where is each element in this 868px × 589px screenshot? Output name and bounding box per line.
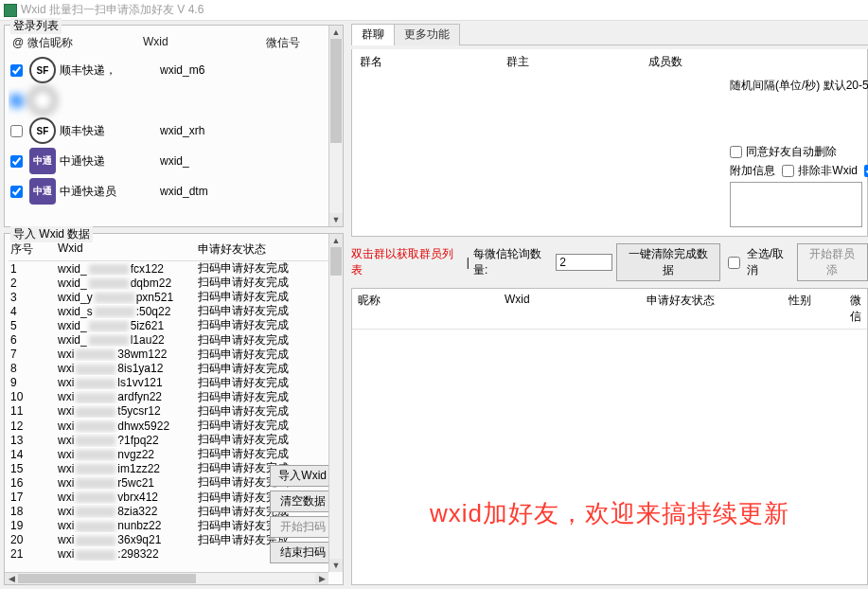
auto-delete-checkbox[interactable] — [730, 146, 742, 158]
avatar: 中通 — [29, 148, 56, 174]
login-row[interactable] — [9, 85, 339, 116]
wxid-row[interactable]: 1wxid_fcx122扫码申请好友完成 — [9, 261, 339, 276]
login-row[interactable]: 中通中通快递wxid_ — [9, 146, 339, 176]
wxid-row-idx: 15 — [10, 462, 58, 475]
wxid-row-idx: 3 — [10, 291, 58, 304]
pixelation-mask — [76, 478, 115, 489]
poll-quantity-input[interactable] — [556, 254, 612, 271]
scroll-thumb[interactable] — [330, 247, 342, 276]
exclude-checkbox[interactable] — [782, 165, 794, 177]
select-all-label: 全选/取消 — [747, 246, 793, 278]
wxid-row-idx: 10 — [10, 390, 58, 403]
login-list-title: 登录列表 — [10, 18, 62, 34]
login-header-wxid: Wxid — [143, 35, 266, 51]
attach-textarea[interactable] — [730, 182, 862, 227]
scroll-right-icon[interactable]: ▶ — [315, 573, 328, 584]
wxid-row-idx: 14 — [10, 448, 58, 461]
wxid-row-idx: 4 — [10, 305, 58, 318]
login-header: @ 微信昵称 Wxid 微信号 — [9, 33, 339, 55]
wxid-row-idx: 5 — [10, 319, 58, 332]
wxid-row-idx: 1 — [10, 262, 58, 276]
login-row-checkbox[interactable] — [10, 155, 23, 168]
pixelation-mask — [76, 421, 115, 432]
wxid-row[interactable]: 14wxinvgz22扫码申请好友完成 — [9, 447, 339, 461]
select-all-checkbox[interactable] — [728, 257, 740, 269]
pixelation-mask — [76, 507, 115, 517]
wxid-row-wxid: wxid_l1au22 — [58, 333, 198, 347]
login-row-wxid: wxid_ — [160, 154, 283, 168]
login-row[interactable]: SF顺丰快递wxid_xrh — [9, 116, 339, 146]
login-row-nick: 中通快递员 — [60, 184, 156, 200]
group-panel: 群名 群主 成员数 随机间隔(单位/秒) 默认20-5 同意好友自动删除 附加信… — [351, 49, 868, 237]
start-members-button[interactable]: 开始群员添 — [797, 243, 868, 281]
tab-group-chat[interactable]: 群聊 — [351, 24, 395, 45]
wxid-row[interactable]: 4wxid_s:50q22扫码申请好友完成 — [9, 304, 339, 318]
scroll-up-icon[interactable]: ▲ — [329, 234, 343, 247]
login-row-checkbox[interactable] — [10, 125, 23, 137]
wxid-header: 序号 Wxid 申请好友状态 — [9, 241, 339, 261]
pixelation-mask — [76, 436, 115, 446]
login-row-wxid: wxid_xrh — [160, 124, 283, 137]
pixelation-mask — [95, 293, 134, 303]
wxid-scrollbar-v[interactable]: ▲ ▼ — [328, 234, 343, 572]
wxid-row[interactable]: 8wxi8is1ya12扫码申请好友完成 — [9, 362, 339, 376]
wxid-header-wxid: Wxid — [58, 241, 198, 258]
scroll-up-icon[interactable]: ▲ — [329, 26, 343, 39]
results-header-status: 申请好友状态 — [647, 293, 788, 325]
scroll-down-icon[interactable]: ▼ — [329, 213, 343, 226]
clear-done-button[interactable]: 一键清除完成数据 — [616, 243, 720, 281]
import-wxid-button[interactable]: 导入Wxid — [270, 465, 335, 487]
wxid-header-idx: 序号 — [10, 241, 58, 258]
avatar: 中通 — [29, 178, 56, 205]
wxid-row-wxid: wxinunbz22 — [58, 519, 198, 532]
login-rows[interactable]: SF顺丰快递，wxid_m6SF顺丰快递wxid_xrh中通中通快递wxid_中… — [9, 55, 339, 206]
wxid-scrollbar-h[interactable]: ◀ ▶ — [5, 572, 328, 584]
group-header-owner: 群主 — [506, 54, 648, 70]
wxid-row[interactable]: 3wxid_ypxn521扫码申请好友完成 — [9, 290, 339, 304]
login-row-nick: 中通快递 — [60, 153, 156, 170]
results-header-wx: 微信 — [850, 293, 861, 325]
app-icon — [4, 4, 17, 17]
login-row-wxid: wxid_m6 — [160, 63, 283, 77]
results-header-gender: 性别 — [788, 293, 850, 325]
pixelation-mask — [76, 536, 115, 546]
wxid-row-idx: 18 — [10, 505, 58, 518]
tab-more[interactable]: 更多功能 — [394, 24, 460, 45]
wxid-row[interactable]: 9wxils1vv121扫码申请好友完成 — [9, 376, 339, 390]
stop-scan-button[interactable]: 结束扫码 — [270, 542, 335, 563]
scroll-thumb[interactable] — [330, 39, 342, 143]
wxid-row[interactable]: 10wxiardfyn22扫码申请好友完成 — [9, 390, 339, 404]
results-grid[interactable]: 昵称 Wxid 申请好友状态 性别 微信 wxid加好友，欢迎来搞持续更新 — [351, 288, 868, 585]
scroll-down-icon[interactable]: ▼ — [329, 559, 343, 572]
wxid-row[interactable]: 7wxi38wm122扫码申请好友完成 — [9, 348, 339, 362]
wxid-row[interactable]: 6wxid_l1au22扫码申请好友完成 — [9, 332, 339, 347]
login-row-checkbox[interactable] — [10, 64, 23, 77]
wxid-buttons: 导入Wxid 清空数据 开始扫码 结束扫码 — [270, 465, 335, 563]
results-header-nick: 昵称 — [358, 293, 505, 325]
wxid-row-wxid: wxivbrx412 — [58, 491, 198, 504]
start-scan-button[interactable]: 开始扫码 — [270, 516, 335, 538]
wxid-row-wxid: wxi36x9q21 — [58, 533, 198, 546]
right-pane: 群聊 更多功能 群名 群主 成员数 随机间隔(单位/秒) 默认20-5 同意好友… — [347, 21, 868, 589]
wxid-row-wxid: wxid_ypxn521 — [58, 291, 198, 304]
login-scrollbar-v[interactable]: ▲ ▼ — [328, 26, 343, 226]
scroll-thumb-h[interactable] — [18, 574, 196, 583]
wxid-row[interactable]: 5wxid_5iz621扫码申请好友完成 — [9, 318, 339, 332]
pixelation-mask — [76, 550, 115, 561]
group-header-name: 群名 — [360, 54, 506, 70]
login-row-checkbox[interactable] — [10, 186, 23, 198]
wxid-row[interactable]: 2wxid_dqbm22扫码申请好友完成 — [9, 276, 339, 290]
wxid-row[interactable]: 11wxit5ycsr12扫码申请好友完成 — [9, 404, 339, 419]
login-row[interactable]: 中通中通快递员wxid_dtm — [9, 176, 339, 206]
wxid-row-wxid: wxils1vv121 — [58, 376, 198, 389]
clear-data-button[interactable]: 清空数据 — [270, 491, 335, 512]
wxid-row[interactable]: 13wxi?1fpq22扫码申请好友完成 — [9, 433, 339, 447]
trailing-checkbox[interactable] — [864, 165, 868, 177]
login-row-checkbox[interactable] — [10, 95, 23, 107]
wxid-row-idx: 12 — [10, 419, 58, 433]
login-row[interactable]: SF顺丰快递，wxid_m6 — [9, 55, 339, 85]
side-options: 随机间隔(单位/秒) 默认20-5 同意好友自动删除 附加信息 排除非Wxid — [730, 76, 867, 233]
pixelation-mask — [76, 379, 115, 389]
wxid-row[interactable]: 12wxidhwx5922扫码申请好友完成 — [9, 419, 339, 433]
scroll-left-icon[interactable]: ◀ — [5, 573, 18, 584]
